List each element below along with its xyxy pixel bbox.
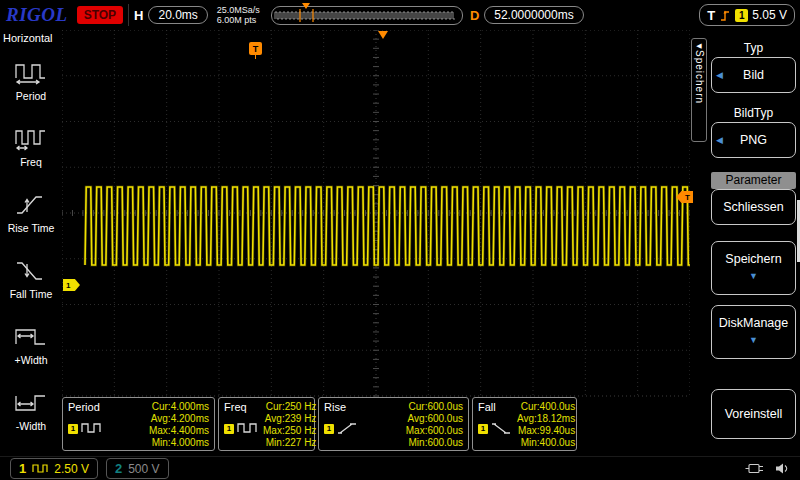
sidebar-item-label: Period: [16, 91, 46, 102]
sidebar-item-freq[interactable]: Freq: [0, 114, 62, 180]
sidebar-item-label: Freq: [20, 157, 42, 168]
period-icon: [14, 60, 48, 86]
measurement-fall-box: Fall 1 Cur:400.0us Avg:18.12ms Max:99.40…: [472, 397, 577, 451]
trigger-position-mini-marker: [302, 3, 310, 9]
sidebar-item-rise-time[interactable]: Rise Time: [0, 180, 62, 246]
delay-position-icon[interactable]: [378, 31, 388, 39]
sidebar-item-label: -Width: [16, 421, 46, 432]
sound-icon[interactable]: [775, 462, 790, 475]
delay-value: 52.0000000ms: [494, 8, 573, 22]
delay-label: D: [470, 8, 479, 23]
top-status-bar: RIGOL STOP H 20.0ms 25.0MSa/s 6.00M pts …: [0, 0, 800, 30]
trigger-source-badge: 1: [735, 9, 748, 22]
plus-width-icon: [14, 324, 48, 350]
measurement-avg: Avg:600.0us: [408, 413, 463, 425]
measurement-avg: Avg:18.12ms: [517, 413, 575, 425]
sidebar-item-neg-width[interactable]: -Width: [0, 378, 62, 444]
sidebar-item-period[interactable]: Period: [0, 48, 62, 114]
measurement-max: Max:600.0us: [406, 425, 463, 437]
acquisition-info: 25.0MSa/s 6.00M pts: [213, 5, 264, 25]
minus-width-icon: [14, 390, 48, 416]
menu-button-schliessen[interactable]: Schliessen: [711, 189, 796, 225]
measurement-name: Freq: [224, 401, 259, 413]
ch1-marker-label: 1: [66, 281, 70, 290]
trigger-status-box[interactable]: T 1 5.05 V: [699, 4, 795, 26]
divider: [128, 4, 129, 26]
measurement-cur: Cur:400.0us: [521, 401, 575, 413]
trigger-label: T: [707, 8, 715, 23]
measurement-period-box: Period 1 Cur:4.000ms Avg:4.200ms Max:4.4…: [62, 397, 215, 451]
menu-button-label: PNG: [740, 133, 767, 147]
measure-sidebar: Horizontal Period Freq Rise Time: [0, 30, 62, 456]
measurement-avg: Avg:4.200ms: [151, 413, 209, 425]
menu-tab-speichern[interactable]: ◀ Speichern: [691, 38, 707, 142]
measurement-source-badge: 1: [324, 424, 334, 434]
tab-back-icon: ◀: [696, 41, 701, 50]
measurement-results: Period 1 Cur:4.000ms Avg:4.200ms Max:4.4…: [62, 397, 690, 455]
menu-button-label: Voreinstell: [725, 407, 783, 421]
ch2-scale: 500 V: [128, 462, 159, 476]
fall-time-icon: [14, 258, 48, 284]
menu-button-label: Bild: [743, 68, 764, 82]
measurement-max: Max:99.40us: [518, 425, 575, 437]
measurement-source-badge: 1: [68, 424, 78, 434]
back-arrow-icon: ◀: [716, 135, 723, 145]
trigger-level-value: 5.05 V: [752, 8, 787, 22]
menu-tab-label: Speichern: [694, 50, 705, 104]
trigger-slope-icon: [719, 9, 731, 22]
sidebar-item-pos-width[interactable]: +Width: [0, 312, 62, 378]
menu-button-diskmanage[interactable]: DiskManage ▼: [711, 305, 796, 359]
measurement-min: Min:4.000ms: [152, 437, 209, 449]
timebase-box[interactable]: 20.0ms: [148, 6, 207, 24]
run-state-badge[interactable]: STOP: [77, 6, 123, 24]
rise-time-icon: [14, 192, 48, 218]
ch1-status-box[interactable]: 1 2.50 V: [10, 458, 98, 479]
period-glyph-icon: [81, 422, 103, 435]
sidebar-item-label: +Width: [15, 355, 48, 366]
measurement-cur: Cur:4.000ms: [152, 401, 209, 413]
ch2-status-box[interactable]: 2 500 V: [106, 458, 169, 479]
measurement-freq-box: Freq 1 Cur:250 Hz Avg:239 Hz Max:250 Hz …: [218, 397, 315, 451]
waveform-display: T T 1: [62, 30, 690, 397]
sidebar-item-label: Fall Time: [10, 289, 53, 300]
ch1-scale: 2.50 V: [54, 462, 89, 476]
ch1-coupling-icon: [32, 463, 48, 474]
sidebar-item-label: Rise Time: [8, 223, 55, 234]
soft-menu: ◀ Speichern Typ ◀ Bild BildTyp ◀ PNG Par…: [690, 30, 800, 456]
measurement-name: Rise: [324, 401, 359, 413]
menu-button-png[interactable]: ◀ PNG: [711, 122, 796, 158]
rigol-logo: RIGOL: [6, 4, 68, 26]
delay-box[interactable]: 52.0000000ms: [484, 6, 583, 24]
oscilloscope-screen: RIGOL STOP H 20.0ms 25.0MSa/s 6.00M pts …: [0, 0, 800, 480]
ch1-waveform: [62, 30, 690, 397]
menu-button-label: Speichern: [725, 252, 781, 266]
menu-button-bild[interactable]: ◀ Bild: [711, 57, 796, 93]
horizontal-label: H: [134, 8, 143, 23]
measurement-max: Max:250 Hz: [263, 425, 316, 437]
memory-depth: 6.00M pts: [217, 15, 260, 25]
fall-glyph-icon: [491, 422, 513, 435]
measurement-min: Min:227 Hz: [266, 437, 317, 449]
ch1-number: 1: [19, 461, 26, 476]
menu-header-typ: Typ: [711, 40, 796, 57]
down-arrow-icon: ▼: [749, 336, 758, 345]
freq-glyph-icon: [237, 422, 259, 435]
waveform-overview-strip[interactable]: [271, 6, 463, 25]
measurement-name: Fall: [478, 401, 513, 413]
menu-button-speichern[interactable]: Speichern ▼: [711, 241, 796, 295]
menu-header-bildtyp: BildTyp: [711, 105, 796, 122]
measurement-rise-box: Rise 1 Cur:600.0us Avg:600.0us Max:600.0…: [318, 397, 469, 451]
channel-status-bar: 1 2.50 V 2 500 V: [0, 456, 800, 480]
measurement-source-badge: 1: [224, 424, 234, 434]
measurement-name: Period: [68, 401, 103, 413]
sidebar-title: Horizontal: [0, 30, 62, 48]
sidebar-item-fall-time[interactable]: Fall Time: [0, 246, 62, 312]
usb-device-icon: [745, 462, 765, 475]
trigger-time-flag[interactable]: T: [249, 42, 262, 55]
overview-waveform-icon: [273, 8, 459, 23]
trigger-flag-label: T: [253, 44, 259, 54]
back-arrow-icon: ◀: [716, 70, 723, 80]
measurement-avg: Avg:239 Hz: [265, 413, 317, 425]
measurement-cur: Cur:600.0us: [409, 401, 463, 413]
menu-button-voreinstell[interactable]: Voreinstell: [711, 389, 796, 439]
